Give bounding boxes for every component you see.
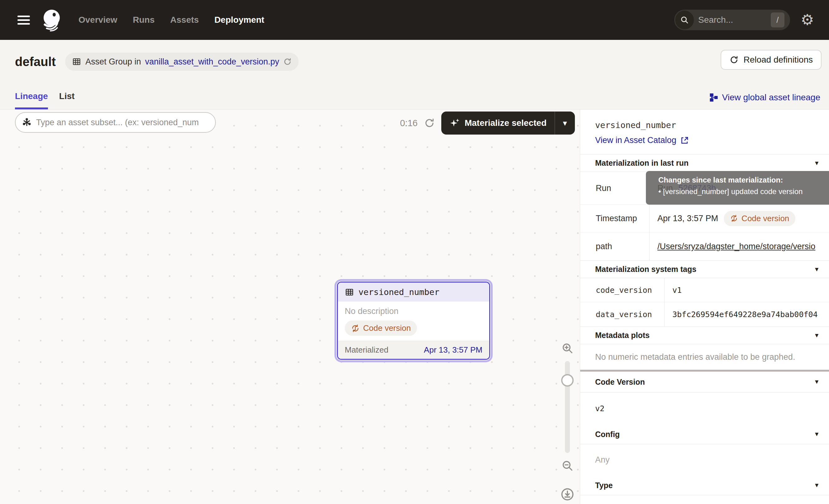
asset-node-versioned-number[interactable]: versioned_number No description Code ver… xyxy=(337,282,490,360)
code-version-badge: Code version xyxy=(345,321,417,336)
panel-asset-title: versioned_number xyxy=(595,120,814,130)
section-type[interactable]: Type ▼ xyxy=(580,476,829,495)
section-header-label: Metadata plots xyxy=(595,331,650,340)
config-value: Any xyxy=(580,444,829,476)
code-version-badge: Code version xyxy=(724,211,795,226)
materialized-status-label: Materialized xyxy=(345,345,388,355)
chevron-down-icon: ▼ xyxy=(814,332,820,339)
asset-group-label: Asset Group in xyxy=(85,57,141,67)
refresh-icon[interactable] xyxy=(424,117,435,129)
metadata-plots-empty-message: No numeric metadata entries available to… xyxy=(580,344,829,370)
external-link-icon xyxy=(680,136,689,145)
zoom-controls xyxy=(559,342,576,502)
path-row: path /Users/sryza/dagster_home/storage/v… xyxy=(580,232,829,260)
page-title: default xyxy=(15,55,56,69)
primary-nav: Overview Runs Assets Deployment xyxy=(78,15,264,25)
refresh-timer: 0:16 xyxy=(400,118,418,128)
asset-subset-filter[interactable] xyxy=(15,112,216,133)
section-config[interactable]: Config ▼ xyxy=(580,425,829,444)
search-box[interactable]: / xyxy=(674,10,790,30)
grid-icon xyxy=(72,57,81,66)
view-global-asset-lineage-label: View global asset lineage xyxy=(722,93,820,103)
refresh-icon xyxy=(729,55,739,65)
reload-definitions-label: Reload definitions xyxy=(743,55,813,65)
code-version-tag-label: code_version xyxy=(580,278,664,302)
materialize-selected-button[interactable]: Materialize selected ▾ xyxy=(441,111,575,135)
timestamp-row: Timestamp Apr 13, 3:57 PM Code version xyxy=(580,205,829,232)
asset-group-pill: Asset Group in vanilla_asset_with_code_v… xyxy=(65,52,299,71)
code-version-value: v2 xyxy=(580,393,829,425)
zoom-out-icon[interactable] xyxy=(561,459,574,472)
chevron-down-icon: ▼ xyxy=(814,379,820,385)
path-value-link[interactable]: /Users/sryza/dagster_home/storage/versio xyxy=(657,242,815,251)
nav-item-assets[interactable]: Assets xyxy=(170,15,199,25)
view-tabs: Lineage List xyxy=(15,91,75,109)
refresh-icon[interactable] xyxy=(283,57,292,66)
chevron-down-icon: ▼ xyxy=(814,431,820,438)
section-header-label: Materialization system tags xyxy=(595,265,696,274)
chevron-down-icon: ▼ xyxy=(814,160,820,167)
section-materialization-system-tags[interactable]: Materialization system tags ▼ xyxy=(580,260,829,278)
asset-node-description: No description xyxy=(345,307,482,316)
tab-lineage[interactable]: Lineage xyxy=(15,91,48,109)
code-version-tag-row: code_version v1 xyxy=(580,278,829,302)
section-header-label: Config xyxy=(595,430,620,439)
run-row-label: Run xyxy=(580,172,650,204)
code-version-badge-label: Code version xyxy=(742,214,789,223)
nav-item-deployment[interactable]: Deployment xyxy=(214,15,264,25)
code-version-changed-icon xyxy=(730,214,738,222)
materialize-selected-label: Materialize selected xyxy=(465,118,546,128)
zoom-in-icon[interactable] xyxy=(561,342,574,355)
page-header: default Asset Group in vanilla_asset_wit… xyxy=(0,40,829,110)
asset-node-title: versioned_number xyxy=(358,287,439,297)
materialized-time-link: Apr 13, 3:57 PM xyxy=(424,345,482,355)
table-icon xyxy=(345,288,354,297)
code-version-tag-value: v1 xyxy=(664,278,829,302)
section-header-label: Materialization in last run xyxy=(595,158,689,168)
dagster-logo-icon[interactable] xyxy=(40,8,62,32)
section-metadata-plots[interactable]: Metadata plots ▼ xyxy=(580,326,829,344)
timestamp-row-label: Timestamp xyxy=(580,205,650,232)
run-row: Run Run 5268743b Changes since last mate… xyxy=(580,172,829,205)
data-version-tag-label: data_version xyxy=(580,302,664,326)
reload-definitions-button[interactable]: Reload definitions xyxy=(721,50,822,70)
tab-list[interactable]: List xyxy=(59,91,75,109)
tooltip-item: • [versioned_number] updated code versio… xyxy=(658,187,827,196)
lineage-graph-icon xyxy=(709,93,718,102)
section-code-version[interactable]: Code Version ▼ xyxy=(580,372,829,393)
changes-tooltip: Changes since last materialization: • [v… xyxy=(646,171,829,205)
download-graph-icon[interactable] xyxy=(560,487,575,502)
path-row-label: path xyxy=(580,232,650,260)
section-header-label: Code Version xyxy=(595,377,645,387)
code-version-badge-label: Code version xyxy=(363,323,411,333)
chevron-down-icon: ▼ xyxy=(814,266,820,273)
data-version-tag-value: 3bfc269594ef649228e9a74bab00f04 xyxy=(664,302,829,326)
chevron-down-icon: ▼ xyxy=(814,482,820,489)
data-version-tag-row: data_version 3bfc269594ef649228e9a74bab0… xyxy=(580,302,829,326)
asset-detail-panel: versioned_number View in Asset Catalog M… xyxy=(580,110,829,504)
view-in-asset-catalog-link[interactable]: View in Asset Catalog xyxy=(595,136,814,145)
zoom-slider-handle[interactable] xyxy=(561,374,574,387)
nav-item-runs[interactable]: Runs xyxy=(133,15,155,25)
sparkles-icon xyxy=(449,118,460,128)
materialize-dropdown-button[interactable]: ▾ xyxy=(555,111,575,135)
asset-group-file-link[interactable]: vanilla_asset_with_code_version.py xyxy=(145,57,279,67)
menu-icon[interactable] xyxy=(17,13,30,27)
tooltip-title: Changes since last materialization: xyxy=(658,176,827,184)
top-nav: Overview Runs Assets Deployment / ⚙ xyxy=(0,0,829,40)
timestamp-value: Apr 13, 3:57 PM xyxy=(657,214,718,223)
asset-subset-input[interactable] xyxy=(36,118,209,128)
lineage-canvas[interactable]: 0:16 Materialize selected ▾ xyxy=(0,110,580,504)
settings-gear-icon[interactable]: ⚙ xyxy=(801,12,814,27)
nav-item-overview[interactable]: Overview xyxy=(78,15,117,25)
section-header-label: Type xyxy=(595,481,613,490)
asset-graph-icon xyxy=(22,117,32,128)
search-icon xyxy=(675,10,694,29)
view-global-asset-lineage-link[interactable]: View global asset lineage xyxy=(709,93,820,103)
code-version-changed-icon xyxy=(351,324,360,333)
zoom-slider[interactable] xyxy=(565,361,570,453)
search-input[interactable] xyxy=(698,15,757,25)
view-in-asset-catalog-label: View in Asset Catalog xyxy=(595,136,676,145)
section-materialization-in-last-run[interactable]: Materialization in last run ▼ xyxy=(580,154,829,172)
search-shortcut-key: / xyxy=(771,12,785,27)
